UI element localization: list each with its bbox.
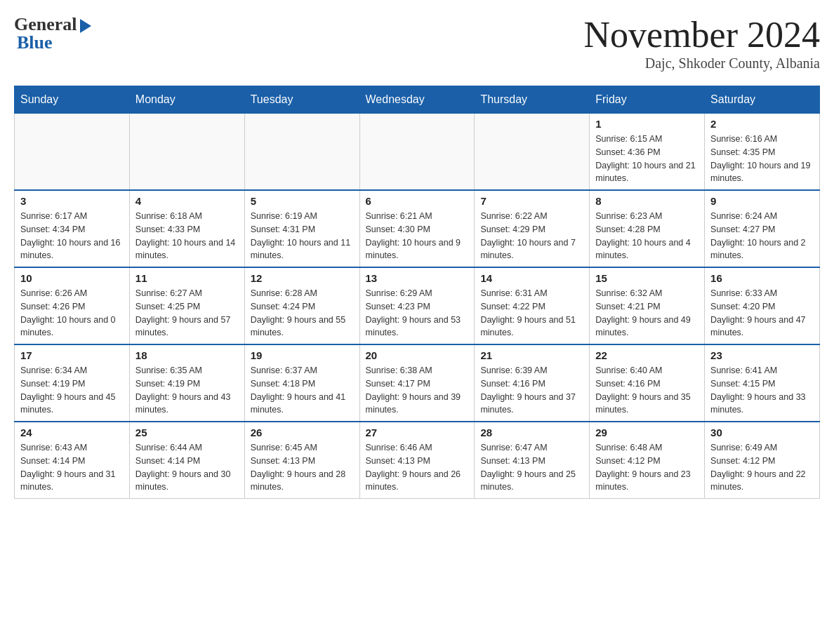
day-number: 11: [135, 272, 239, 284]
day-info: Sunrise: 6:41 AMSunset: 4:15 PMDaylight:…: [710, 364, 814, 417]
calendar-day-cell: [475, 114, 590, 191]
calendar-day-cell: 11Sunrise: 6:27 AMSunset: 4:25 PMDayligh…: [129, 267, 244, 344]
day-number: 16: [710, 272, 814, 284]
day-info: Sunrise: 6:39 AMSunset: 4:16 PMDaylight:…: [480, 364, 583, 417]
day-number: 2: [710, 118, 814, 130]
calendar-day-cell: 4Sunrise: 6:18 AMSunset: 4:33 PMDaylight…: [129, 190, 244, 267]
day-number: 26: [251, 427, 354, 438]
day-number: 10: [20, 272, 124, 284]
day-number: 23: [710, 349, 814, 361]
calendar-day-cell: 27Sunrise: 6:46 AMSunset: 4:13 PMDayligh…: [359, 422, 475, 499]
day-number: 18: [135, 349, 239, 361]
day-number: 17: [20, 349, 124, 361]
day-info: Sunrise: 6:28 AMSunset: 4:24 PMDaylight:…: [251, 287, 354, 340]
calendar-day-cell: 17Sunrise: 6:34 AMSunset: 4:19 PMDayligh…: [15, 344, 130, 422]
day-info: Sunrise: 6:43 AMSunset: 4:14 PMDaylight:…: [20, 441, 124, 494]
calendar-day-cell: 12Sunrise: 6:28 AMSunset: 4:24 PMDayligh…: [244, 267, 359, 344]
day-info: Sunrise: 6:24 AMSunset: 4:27 PMDaylight:…: [710, 210, 814, 262]
day-info: Sunrise: 6:35 AMSunset: 4:19 PMDaylight:…: [135, 364, 239, 417]
day-number: 7: [480, 195, 583, 207]
calendar-day-cell: 3Sunrise: 6:17 AMSunset: 4:34 PMDaylight…: [15, 190, 130, 267]
day-number: 21: [480, 349, 583, 361]
day-info: Sunrise: 6:44 AMSunset: 4:14 PMDaylight:…: [135, 441, 239, 494]
calendar-header-row: SundayMondayTuesdayWednesdayThursdayFrid…: [15, 86, 820, 114]
calendar-day-cell: [359, 114, 475, 191]
day-of-week-header: Saturday: [705, 86, 820, 114]
calendar-day-cell: 5Sunrise: 6:19 AMSunset: 4:31 PMDaylight…: [244, 190, 359, 267]
day-number: 15: [595, 272, 699, 284]
day-number: 5: [251, 195, 354, 207]
day-info: Sunrise: 6:47 AMSunset: 4:13 PMDaylight:…: [480, 441, 583, 494]
calendar-day-cell: 24Sunrise: 6:43 AMSunset: 4:14 PMDayligh…: [15, 422, 130, 499]
day-info: Sunrise: 6:17 AMSunset: 4:34 PMDaylight:…: [20, 210, 124, 262]
calendar-day-cell: 15Sunrise: 6:32 AMSunset: 4:21 PMDayligh…: [590, 267, 705, 344]
day-info: Sunrise: 6:46 AMSunset: 4:13 PMDaylight:…: [366, 441, 469, 494]
calendar-week-row: 17Sunrise: 6:34 AMSunset: 4:19 PMDayligh…: [15, 344, 820, 422]
calendar-day-cell: 2Sunrise: 6:16 AMSunset: 4:35 PMDaylight…: [705, 114, 820, 191]
day-info: Sunrise: 6:34 AMSunset: 4:19 PMDaylight:…: [20, 364, 124, 417]
day-info: Sunrise: 6:15 AMSunset: 4:36 PMDaylight:…: [595, 133, 699, 185]
calendar-day-cell: 14Sunrise: 6:31 AMSunset: 4:22 PMDayligh…: [475, 267, 590, 344]
calendar-day-cell: 1Sunrise: 6:15 AMSunset: 4:36 PMDaylight…: [590, 114, 705, 191]
calendar-table: SundayMondayTuesdayWednesdayThursdayFrid…: [14, 86, 820, 499]
calendar-week-row: 10Sunrise: 6:26 AMSunset: 4:26 PMDayligh…: [15, 267, 820, 344]
calendar-week-row: 1Sunrise: 6:15 AMSunset: 4:36 PMDaylight…: [15, 114, 820, 191]
calendar-day-cell: 8Sunrise: 6:23 AMSunset: 4:28 PMDaylight…: [590, 190, 705, 267]
day-number: 24: [20, 427, 124, 438]
calendar-day-cell: 6Sunrise: 6:21 AMSunset: 4:30 PMDaylight…: [359, 190, 475, 267]
day-info: Sunrise: 6:19 AMSunset: 4:31 PMDaylight:…: [251, 210, 354, 262]
day-number: 19: [251, 349, 354, 361]
calendar-day-cell: 28Sunrise: 6:47 AMSunset: 4:13 PMDayligh…: [475, 422, 590, 499]
calendar-day-cell: 9Sunrise: 6:24 AMSunset: 4:27 PMDaylight…: [705, 190, 820, 267]
calendar-day-cell: 30Sunrise: 6:49 AMSunset: 4:12 PMDayligh…: [705, 422, 820, 499]
logo-arrow-icon: [80, 19, 91, 33]
day-info: Sunrise: 6:32 AMSunset: 4:21 PMDaylight:…: [595, 287, 699, 340]
day-info: Sunrise: 6:37 AMSunset: 4:18 PMDaylight:…: [251, 364, 354, 417]
calendar-day-cell: [129, 114, 244, 191]
day-info: Sunrise: 6:21 AMSunset: 4:30 PMDaylight:…: [366, 210, 469, 262]
day-of-week-header: Friday: [590, 86, 705, 114]
day-info: Sunrise: 6:45 AMSunset: 4:13 PMDaylight:…: [251, 441, 354, 494]
day-number: 22: [595, 349, 699, 361]
calendar-day-cell: 18Sunrise: 6:35 AMSunset: 4:19 PMDayligh…: [129, 344, 244, 422]
day-info: Sunrise: 6:48 AMSunset: 4:12 PMDaylight:…: [595, 441, 699, 494]
day-number: 13: [366, 272, 469, 284]
calendar-day-cell: [244, 114, 359, 191]
day-number: 25: [135, 427, 239, 438]
page-header: General Blue November 2024 Dajc, Shkoder…: [14, 14, 820, 72]
day-number: 30: [710, 427, 814, 438]
calendar-day-cell: 26Sunrise: 6:45 AMSunset: 4:13 PMDayligh…: [244, 422, 359, 499]
calendar-day-cell: 10Sunrise: 6:26 AMSunset: 4:26 PMDayligh…: [15, 267, 130, 344]
calendar-day-cell: 25Sunrise: 6:44 AMSunset: 4:14 PMDayligh…: [129, 422, 244, 499]
day-info: Sunrise: 6:49 AMSunset: 4:12 PMDaylight:…: [710, 441, 814, 494]
day-number: 29: [595, 427, 699, 438]
day-info: Sunrise: 6:26 AMSunset: 4:26 PMDaylight:…: [20, 287, 124, 340]
calendar-week-row: 3Sunrise: 6:17 AMSunset: 4:34 PMDaylight…: [15, 190, 820, 267]
day-number: 12: [251, 272, 354, 284]
day-number: 9: [710, 195, 814, 207]
day-info: Sunrise: 6:38 AMSunset: 4:17 PMDaylight:…: [366, 364, 469, 417]
day-info: Sunrise: 6:31 AMSunset: 4:22 PMDaylight:…: [480, 287, 583, 340]
day-info: Sunrise: 6:18 AMSunset: 4:33 PMDaylight:…: [135, 210, 239, 262]
day-number: 28: [480, 427, 583, 438]
calendar-week-row: 24Sunrise: 6:43 AMSunset: 4:14 PMDayligh…: [15, 422, 820, 499]
day-info: Sunrise: 6:27 AMSunset: 4:25 PMDaylight:…: [135, 287, 239, 340]
calendar-day-cell: [15, 114, 130, 191]
day-number: 27: [366, 427, 469, 438]
day-info: Sunrise: 6:40 AMSunset: 4:16 PMDaylight:…: [595, 364, 699, 417]
calendar-day-cell: 20Sunrise: 6:38 AMSunset: 4:17 PMDayligh…: [359, 344, 475, 422]
day-number: 6: [366, 195, 469, 207]
day-number: 3: [20, 195, 124, 207]
calendar-day-cell: 7Sunrise: 6:22 AMSunset: 4:29 PMDaylight…: [475, 190, 590, 267]
calendar-day-cell: 29Sunrise: 6:48 AMSunset: 4:12 PMDayligh…: [590, 422, 705, 499]
day-of-week-header: Wednesday: [359, 86, 475, 114]
day-number: 1: [595, 118, 699, 130]
calendar-day-cell: 19Sunrise: 6:37 AMSunset: 4:18 PMDayligh…: [244, 344, 359, 422]
logo-blue-text: Blue: [14, 32, 53, 53]
day-number: 20: [366, 349, 469, 361]
day-info: Sunrise: 6:16 AMSunset: 4:35 PMDaylight:…: [710, 133, 814, 185]
calendar-day-cell: 16Sunrise: 6:33 AMSunset: 4:20 PMDayligh…: [705, 267, 820, 344]
title-section: November 2024 Dajc, Shkoder County, Alba…: [584, 14, 820, 72]
calendar-day-cell: 13Sunrise: 6:29 AMSunset: 4:23 PMDayligh…: [359, 267, 475, 344]
day-number: 14: [480, 272, 583, 284]
